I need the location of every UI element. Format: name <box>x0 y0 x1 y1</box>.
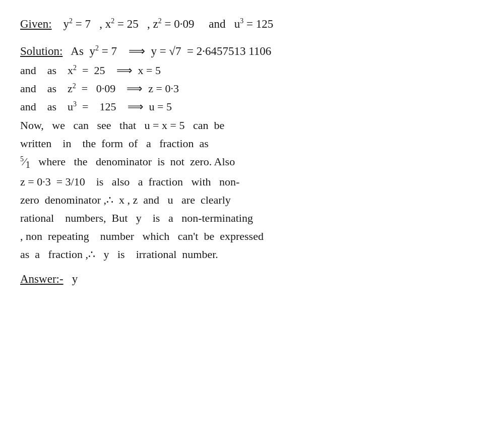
solution-line-1: As y2 = 7 ⟹ y = √7 = 2·6457513 1106 <box>71 45 271 57</box>
page: Given: y2 = 7 , x2 = 25 , z2 = 0·09 and … <box>0 0 504 441</box>
solution-label-line: Solution: As y2 = 7 ⟹ y = √7 = 2·6457513… <box>20 42 484 60</box>
answer-label: Answer:- <box>20 273 64 285</box>
solution-line-9: zero denominator ,∴ x , z and u are clea… <box>20 192 484 209</box>
answer-section: Answer:- y <box>20 270 484 288</box>
math-content: Given: y2 = 7 , x2 = 25 , z2 = 0·09 and … <box>20 15 484 288</box>
given-line: Given: y2 = 7 , x2 = 25 , z2 = 0·09 and … <box>20 15 484 33</box>
solution-line-12: as a fraction ,∴ y is irrational number. <box>20 246 484 263</box>
solution-line-11: , non repeating number which can't be ex… <box>20 228 484 245</box>
solution-line-8: z = 0·3 = 3/10 is also a fraction with n… <box>20 173 484 191</box>
solution-line-2: and as x2 = 25 ⟹ x = 5 <box>20 62 484 79</box>
solution-label: Solution: <box>20 45 62 57</box>
solution-line-6: written in the form of a fraction as <box>20 135 484 152</box>
solution-line-3: and as z2 = 0·09 ⟹ z = 0·3 <box>20 80 484 97</box>
answer-value: y <box>72 273 78 285</box>
solution-line-10: rational numbers, But y is a non-termina… <box>20 210 484 227</box>
given-label: Given: <box>20 18 52 30</box>
solution-line-7: 5⁄1 where the denominator is not zero. A… <box>20 153 484 172</box>
solution-line-5: Now, we can see that u = x = 5 can be <box>20 117 484 134</box>
solution-line-4: and as u3 = 125 ⟹ u = 5 <box>20 98 484 115</box>
given-content: y2 = 7 , x2 = 25 , z2 = 0·09 and u3 = 12… <box>64 18 274 30</box>
